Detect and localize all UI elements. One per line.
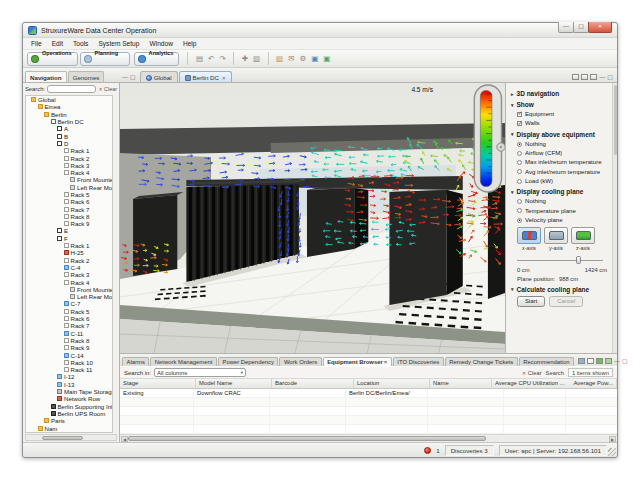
editor-minimize-icon[interactable]: — (599, 74, 605, 80)
section-show[interactable]: ▾ Show (511, 101, 609, 108)
tree-item[interactable]: Berlin DC (26, 118, 112, 125)
tree-item[interactable]: Emea (26, 103, 112, 110)
view-split-icon[interactable] (581, 74, 588, 80)
undo-icon[interactable]: ↶ (207, 55, 216, 63)
panel-icon-light-green[interactable] (605, 358, 612, 364)
left-pane-tab[interactable]: Genomes (68, 71, 105, 82)
tree-item[interactable]: Rack 4 (26, 278, 112, 285)
tree-item[interactable]: Rack 1 (26, 147, 112, 154)
tree-item[interactable]: Berlin (26, 111, 112, 118)
tree-item[interactable]: Front Mounted (26, 286, 112, 293)
tab-close-icon[interactable] (222, 75, 226, 81)
editor-tab[interactable]: Berlin DC (179, 71, 232, 82)
column-header[interactable]: Barcode (272, 379, 354, 388)
section-calculate[interactable]: ▾ Calculate cooling plane (511, 286, 609, 293)
velocity-legend[interactable] (474, 85, 505, 192)
copy-icon[interactable]: ▥ (251, 55, 261, 63)
title-bar[interactable]: StruxureWare Data Center Operation — ▢ × (23, 23, 617, 38)
tree-item[interactable]: Berlin UPS Room (26, 410, 112, 417)
tree-item[interactable]: C-4 (26, 264, 112, 271)
radio-icon[interactable] (517, 218, 522, 223)
tree-item[interactable]: Rack 9 (26, 344, 112, 351)
tree-item[interactable]: Rack 2 (26, 154, 112, 161)
layers-green-icon[interactable]: ▣ (322, 55, 332, 63)
mail-icon[interactable]: ✉ (287, 55, 296, 63)
left-pane-tab[interactable]: Navigation (25, 71, 67, 82)
add-icon[interactable]: ✚ (240, 55, 249, 63)
view-layout-icon[interactable] (572, 74, 579, 80)
table-row[interactable] (120, 407, 617, 416)
cooling-plane-option[interactable]: Temperature plane (517, 208, 609, 215)
bottom-tab[interactable]: Alarms (122, 357, 149, 367)
checkbox-icon[interactable] (517, 121, 522, 126)
table-row[interactable] (120, 425, 617, 434)
tree-item[interactable]: Left Rear Moun (26, 293, 112, 300)
tree-item[interactable]: C-11 (26, 330, 112, 337)
tree-item[interactable]: Front Mounted (26, 176, 112, 183)
search-clear-button[interactable]: ✕ Clear (98, 86, 117, 92)
tree-horizontal-scrollbar[interactable] (25, 434, 117, 441)
radio-icon[interactable] (517, 160, 522, 165)
tree-item[interactable]: Rack 8 (26, 213, 112, 220)
perspective-button[interactable]: PlanningData Center (80, 52, 130, 66)
table-search-button[interactable]: Search (546, 370, 564, 376)
redo-icon[interactable]: ↷ (218, 55, 227, 63)
tree-item[interactable]: H-25 (26, 249, 112, 256)
menu-item[interactable]: Help (178, 39, 202, 48)
show-option[interactable]: Walls (517, 120, 609, 127)
display-above-option[interactable]: Max inlet/return temperature (517, 159, 609, 166)
tree-item[interactable]: Paris (26, 417, 112, 424)
options-scrollbar[interactable] (612, 83, 617, 353)
tree-item[interactable]: Rack 3 (26, 162, 112, 169)
bottom-tab[interactable]: Work Orders (279, 357, 321, 367)
tree-item[interactable]: Rack 6 (26, 315, 112, 322)
section-cooling-plane[interactable]: ▾ Display cooling plane (511, 188, 609, 195)
bottom-tab[interactable]: Network Management (150, 357, 217, 367)
cooling-plane-option[interactable]: Nothing (517, 198, 609, 205)
column-header[interactable]: Average Pow... (570, 379, 617, 388)
checkbox-icon[interactable] (517, 112, 522, 117)
tools-icon[interactable]: ⚙ (298, 55, 308, 63)
tree-item[interactable]: D (26, 140, 112, 147)
tree-item[interactable]: I-12 (26, 373, 112, 380)
layers-blue-icon[interactable]: ▣ (310, 55, 320, 63)
table-horizontal-scrollbar[interactable]: ◀ ▶ (120, 434, 617, 442)
tree-item[interactable]: Rack 6 (26, 198, 112, 205)
column-header[interactable]: Location (354, 379, 430, 388)
display-above-option[interactable]: Airflow (CFM) (517, 150, 609, 157)
view-list-icon[interactable] (590, 74, 597, 80)
panel-icon-green[interactable] (596, 358, 603, 364)
bottom-tab[interactable]: ITO Discoveries (393, 357, 444, 367)
tree-item[interactable]: B (26, 132, 112, 139)
tree-item[interactable]: Left Rear Moun (26, 184, 112, 191)
tree-item[interactable]: Rack 7 (26, 322, 112, 329)
show-option[interactable]: Equipment (517, 111, 609, 118)
tree-item[interactable]: Nam (26, 424, 112, 431)
column-header[interactable]: Average CPU Utilization ... (492, 379, 570, 388)
table-row[interactable]: ExistingDownflow CRACBerlin DC/Berlin/Em… (120, 389, 617, 398)
perspective-button[interactable]: AnalyticsChanges (134, 52, 180, 66)
tree-item[interactable]: Rack 4 (26, 169, 112, 176)
cancel-button[interactable]: Cancel (549, 296, 583, 307)
tree-item[interactable]: Rack 10 (26, 359, 112, 366)
radio-icon[interactable] (517, 142, 522, 147)
minimize-button[interactable]: — (558, 22, 574, 33)
image-icon[interactable]: ▧ (275, 55, 285, 63)
table-clear-button[interactable]: ✕ Clear (522, 370, 542, 376)
tree-item[interactable]: Rack 9 (26, 220, 112, 227)
radio-icon[interactable] (517, 151, 522, 156)
radio-icon[interactable] (517, 179, 522, 184)
table-row[interactable] (120, 416, 617, 425)
tree-item[interactable]: E (26, 227, 112, 234)
search-input[interactable] (47, 85, 96, 93)
panel-icon-white[interactable] (587, 358, 594, 364)
tree-item[interactable]: Global (26, 96, 112, 103)
editor-tab[interactable]: Global (140, 71, 178, 82)
perspective-button[interactable]: OperationsData Center (27, 52, 78, 66)
panel-maximize-icon[interactable]: ▢ (622, 358, 628, 364)
resize-grip[interactable] (608, 448, 616, 456)
save-icon[interactable]: ▤ (194, 55, 204, 63)
tree-item[interactable]: Network Row (26, 395, 112, 402)
tree-item[interactable]: F (26, 235, 112, 242)
display-above-option[interactable]: Nothing (517, 141, 609, 148)
